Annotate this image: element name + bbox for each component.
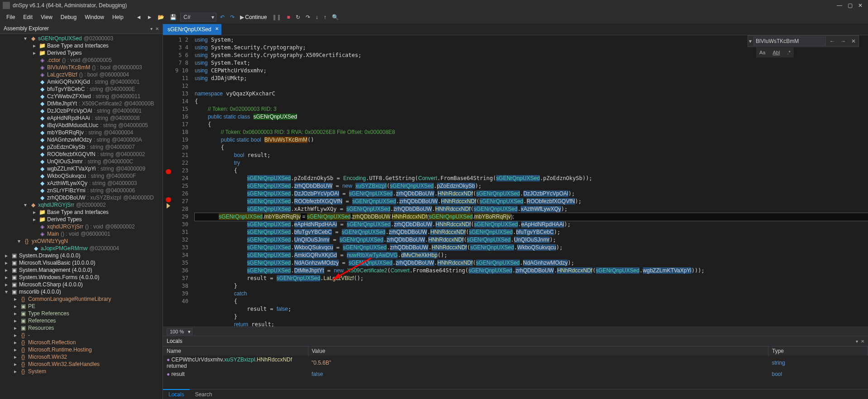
- tree-row[interactable]: ◆ROObfezbfXGQVfN : string @04000002: [0, 151, 163, 158]
- tree-row[interactable]: ◈Main() : void @06000001: [0, 230, 163, 238]
- menu-help[interactable]: Help: [109, 12, 127, 22]
- nav-forward-button[interactable]: ►: [145, 13, 154, 21]
- code-editor[interactable]: using System; using System.Security.Cryp…: [192, 35, 868, 327]
- tree-row[interactable]: ◆eApHdNRpdHAAi : string @04000008: [0, 114, 163, 122]
- breakpoint-icon[interactable]: [166, 197, 171, 202]
- tree-row[interactable]: ◈BlVIuWsTKcBmM() : bool @06000003: [0, 64, 163, 71]
- find-prev-button[interactable]: ←: [828, 37, 837, 45]
- expander-icon[interactable]: ▸: [13, 361, 18, 367]
- locals-row[interactable]: ● CEPWthcUrVdsxmhv.xuSYZBxizpI.HNhRdccxN…: [163, 356, 868, 370]
- locals-options-icon[interactable]: ▾: [856, 339, 858, 344]
- tree-row[interactable]: ◆znSLrYFIBzYmi : string @04000006: [0, 187, 163, 194]
- tree-row[interactable]: ◆DtMteJhptYt : X509Certificate2 @0400000…: [0, 100, 163, 107]
- tree-row[interactable]: ▸▣System.Management (4.0.0.0): [0, 266, 163, 274]
- pause-button[interactable]: ❚❚: [270, 13, 283, 21]
- bottom-tab-locals[interactable]: Locals: [163, 389, 190, 399]
- language-dropdown[interactable]: C#: [180, 13, 216, 22]
- tree-row[interactable]: ▸📁Base Type and Interfaces: [0, 42, 163, 49]
- tree-row[interactable]: ◆wgbZZLmKTVaXpYi : string @04000009: [0, 165, 163, 172]
- redo-button[interactable]: ↷: [228, 13, 236, 21]
- restart-button[interactable]: ↻: [294, 13, 302, 21]
- search-toolbar-button[interactable]: 🔍: [330, 13, 340, 21]
- expander-icon[interactable]: ▾: [16, 238, 22, 244]
- assembly-tree[interactable]: ▾◆sGENrQnpUXSed @02000003▸📁Base Type and…: [0, 34, 163, 399]
- expander-icon[interactable]: ▸: [13, 347, 18, 353]
- expander-icon[interactable]: ▸: [4, 274, 9, 280]
- tree-row[interactable]: ◆DzJOzbPYcVpOAl : string @04000001: [0, 107, 163, 114]
- tree-row[interactable]: ▾◆xqhdIJRGYjSrr @02000002: [0, 201, 163, 209]
- tree-row[interactable]: ◈LaLgczVBlzf() : bool @06000004: [0, 71, 163, 78]
- expander-icon[interactable]: ▸: [32, 50, 37, 56]
- menu-debug[interactable]: Debug: [57, 12, 80, 22]
- tree-row[interactable]: ◈.cctor() : void @06000005: [0, 57, 163, 64]
- tree-row[interactable]: ◆NdAGnhzwMOdzy : string @0400000A: [0, 136, 163, 143]
- tree-row[interactable]: ▾{}yxOWNfzYygN: [0, 238, 163, 245]
- expander-icon[interactable]: ▾: [23, 202, 28, 208]
- expander-icon[interactable]: ▸: [4, 252, 9, 259]
- find-word-option[interactable]: Abl: [770, 48, 782, 57]
- tree-row[interactable]: ◆mbYBoRRqRjv : string @04000004: [0, 129, 163, 136]
- tree-row[interactable]: ▸📁Base Type and Interfaces: [0, 209, 163, 216]
- tree-row[interactable]: ◆UnQIOuSJnmr : string @0400000C: [0, 158, 163, 165]
- tree-row[interactable]: ▸📁Derived Types: [0, 216, 163, 223]
- expander-icon[interactable]: ▸: [32, 43, 37, 49]
- step-into-button[interactable]: ↓: [314, 13, 320, 21]
- expander-icon[interactable]: ▸: [13, 318, 18, 324]
- locals-col-value[interactable]: Value: [308, 347, 768, 356]
- tree-row[interactable]: ▸{}Microsoft.Win32.SafeHandles: [0, 361, 163, 368]
- tree-row[interactable]: ◆WkboQSukvqcu : string @0400000F: [0, 172, 163, 180]
- menu-view[interactable]: View: [37, 12, 56, 22]
- panel-options-icon[interactable]: ▾: [150, 26, 153, 31]
- find-next-button[interactable]: →: [839, 37, 848, 45]
- expander-icon[interactable]: ▸: [13, 332, 18, 338]
- zoom-dropdown[interactable]: 100 %: [167, 328, 192, 335]
- menu-edit[interactable]: Edit: [19, 12, 36, 22]
- expander-icon[interactable]: ▸: [32, 209, 37, 215]
- tree-row[interactable]: ▸{}-: [0, 332, 163, 339]
- bottom-tab-search[interactable]: Search: [190, 390, 218, 399]
- step-over-button[interactable]: ↷: [304, 13, 312, 21]
- tree-row[interactable]: ◆iBqVAbdlMduodLUuc : string @04000005: [0, 122, 163, 129]
- locals-row[interactable]: ● resultfalsebool: [163, 370, 868, 378]
- tree-row[interactable]: ▸📁Derived Types: [0, 49, 163, 57]
- tree-row[interactable]: ◆aJopxPMGeRMmw @02000004: [0, 245, 163, 252]
- expander-icon[interactable]: ▸: [13, 354, 18, 360]
- tree-row[interactable]: ▸{}Microsoft.Reflection: [0, 339, 163, 346]
- panel-close-icon[interactable]: ✕: [155, 26, 159, 31]
- continue-button[interactable]: ▶Continue: [238, 13, 269, 21]
- tree-row[interactable]: ▸{}CommonLanguageRuntimeLibrary: [0, 295, 163, 303]
- maximize-button[interactable]: ▢: [848, 2, 853, 9]
- tree-row[interactable]: ▸▣References: [0, 317, 163, 324]
- expander-icon[interactable]: ▾: [23, 35, 28, 42]
- save-button[interactable]: 💾: [168, 13, 178, 21]
- expander-icon[interactable]: ▸: [13, 368, 18, 375]
- tree-row[interactable]: ▸{}System: [0, 368, 163, 375]
- tree-row[interactable]: ▾◆sGENrQnpUXSed @02000003: [0, 35, 163, 42]
- expander-icon[interactable]: ▾: [4, 289, 9, 295]
- tree-row[interactable]: ◆AmkiGQRvXKjGd : string @04000001: [0, 78, 163, 86]
- find-regex-option[interactable]: .*: [785, 48, 792, 57]
- tree-row[interactable]: ◆bfuTgvYBCebC : string @0400000E: [0, 86, 163, 93]
- tree-row[interactable]: ◆zrhQDbDBoUW : xuSYZBxizpI @0400000D: [0, 194, 163, 201]
- undo-button[interactable]: ↶: [218, 13, 226, 21]
- menu-file[interactable]: File: [3, 12, 19, 22]
- tree-row[interactable]: ▸▣Resources: [0, 324, 163, 332]
- find-expand-icon[interactable]: ▾: [749, 38, 752, 44]
- find-input[interactable]: [753, 37, 826, 46]
- find-close-button[interactable]: ✕: [849, 37, 858, 45]
- expander-icon[interactable]: ▸: [13, 325, 18, 331]
- locals-col-type[interactable]: Type: [768, 347, 868, 356]
- stop-button[interactable]: ■: [285, 13, 292, 21]
- expander-icon[interactable]: ▸: [4, 281, 9, 288]
- tree-row[interactable]: ▸{}Microsoft.Runtime.Hosting: [0, 346, 163, 353]
- tree-row[interactable]: ◆CzYWwbvZFXIwd : string @04000011: [0, 93, 163, 100]
- tree-row[interactable]: ▸▣Microsoft.VisualBasic (10.0.0.0): [0, 259, 163, 266]
- tab-close-icon[interactable]: ✕: [215, 26, 219, 31]
- find-case-option[interactable]: Aa: [757, 48, 767, 57]
- menu-window[interactable]: Window: [81, 12, 108, 22]
- locals-col-name[interactable]: Name: [163, 347, 308, 356]
- open-button[interactable]: 📂: [156, 13, 166, 21]
- expander-icon[interactable]: ▸: [13, 303, 18, 309]
- tree-row[interactable]: ▾▣mscorlib (4.0.0.0): [0, 288, 163, 295]
- nav-back-button[interactable]: ◄: [134, 13, 144, 21]
